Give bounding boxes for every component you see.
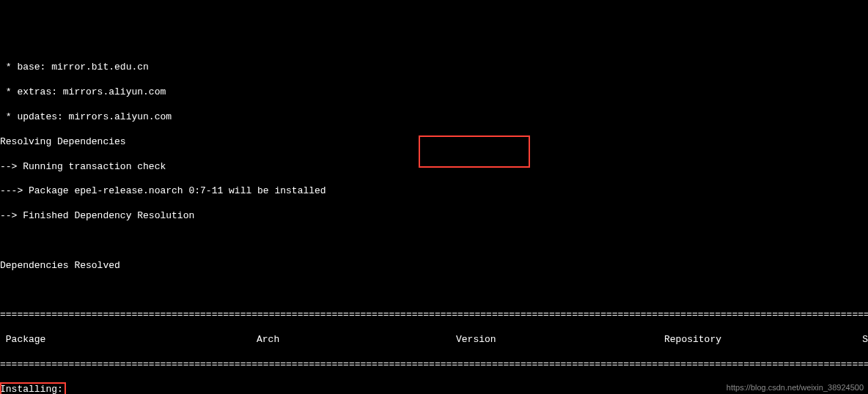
header-arch: Arch <box>257 334 456 346</box>
watermark: https://blog.csdn.net/weixin_38924500 <box>727 382 864 393</box>
header-package: Package <box>0 334 257 346</box>
separator-mid: ========================================… <box>0 359 868 371</box>
line-running-check: --> Running transaction check <box>0 161 868 174</box>
line-package: ---> Package epel-release.noarch 0:7-11 … <box>0 185 868 198</box>
separator-top: ========================================… <box>0 309 868 321</box>
line-extras: * extras: mirrors.aliyun.com <box>0 86 868 99</box>
line-finished: --> Finished Dependency Resolution <box>0 210 868 223</box>
line-resolving: Resolving Dependencies <box>0 136 868 149</box>
terminal-output[interactable]: * base: mirror.bit.edu.cn * extras: mirr… <box>0 50 868 394</box>
line-blank <box>0 284 868 297</box>
table-header: Package Arch Version Repository S <box>0 334 868 346</box>
header-version: Version <box>456 334 664 346</box>
line-blank <box>0 235 868 248</box>
line-updates: * updates: mirrors.aliyun.com <box>0 111 868 124</box>
header-repository: Repository <box>664 334 858 346</box>
header-size: S <box>858 334 868 346</box>
line-dep-resolved: Dependencies Resolved <box>0 260 868 272</box>
line-base: * base: mirror.bit.edu.cn <box>0 62 868 74</box>
